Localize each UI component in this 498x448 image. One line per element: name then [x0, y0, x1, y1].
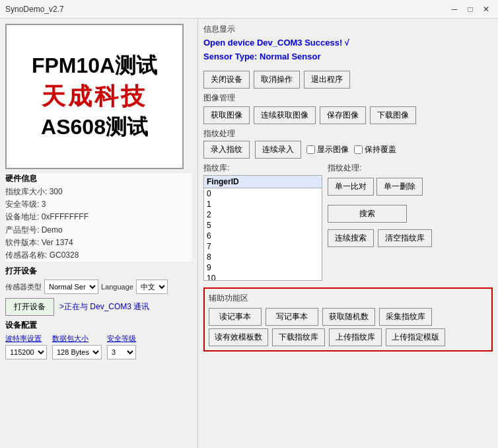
list-item[interactable]: 1: [204, 199, 322, 209]
language-select[interactable]: 中文: [136, 280, 168, 294]
finger-listbox[interactable]: FingerID 01256789101112: [203, 175, 322, 281]
baud-config: 波特率设置 115200: [5, 334, 47, 359]
hw-info-line: 设备地址: 0xFFFFFFFF: [5, 211, 192, 223]
packet-config: 数据包大小 128 Bytes: [52, 334, 102, 359]
hw-info-line: 安全等级: 3: [5, 198, 192, 211]
fingerprint-processing-title: 指纹处理: [203, 128, 493, 139]
continuous-get-button[interactable]: 连续获取图像: [254, 106, 316, 124]
open-device-button[interactable]: 打开设备: [5, 298, 54, 316]
keep-cover-checkbox-label[interactable]: 保持覆盖: [354, 144, 396, 155]
language-label: Language: [101, 283, 133, 291]
hw-info-section: 硬件信息 指纹库大小: 300安全等级: 3设备地址: 0xFFFFFFFF产品…: [5, 173, 192, 262]
finger-db-col: 指纹库: FingerID 01256789101112: [203, 163, 322, 281]
logo-line3: AS608测试: [41, 113, 148, 142]
device-config-title: 设备配置: [5, 320, 192, 331]
logo-line1: FPM10A测试: [32, 52, 157, 81]
config-row: 波特率设置 115200 数据包大小 128 Bytes 安全等级 3: [5, 334, 192, 359]
baud-select[interactable]: 115200: [5, 345, 47, 359]
baud-label[interactable]: 波特率设置: [5, 334, 47, 344]
sensor-type-select[interactable]: Normal Ser: [44, 280, 98, 294]
packet-select[interactable]: 128 Bytes: [52, 345, 102, 359]
aux-title: 辅助功能区: [209, 293, 487, 304]
list-item[interactable]: 6: [204, 231, 322, 241]
fingerprint-processing-btns: 录入指纹 连续录入 显示图像 保持覆盖: [203, 141, 493, 159]
left-panel: FPM10A测试 天成科技 AS608测试 硬件信息 指纹库大小: 300安全等…: [0, 19, 198, 448]
security-config: 安全等级 3: [107, 334, 136, 359]
window-controls: ─ □ ✕: [448, 3, 493, 15]
logo-line2: 天成科技: [42, 81, 147, 113]
get-image-button[interactable]: 获取图像: [203, 106, 250, 124]
aux-section: 辅助功能区 读记事本写记事本获取随机数采集指纹库 读有效模板数下载指纹库上传指纹…: [203, 287, 493, 352]
packet-label[interactable]: 数据包大小: [52, 334, 102, 344]
continuous-enroll-button[interactable]: 连续录入: [255, 141, 301, 159]
show-image-checkbox[interactable]: [306, 145, 315, 154]
finger-list-items: 01256789101112: [204, 188, 322, 281]
action-btn-row: 关闭设备 取消操作 退出程序: [203, 71, 493, 89]
logo-box: FPM10A测试 天成科技 AS608测试: [5, 24, 184, 169]
show-image-checkbox-label[interactable]: 显示图像: [306, 144, 349, 155]
sensor-type-label: 传感器类型: [5, 282, 42, 292]
image-mgmt-btns: 获取图像 连续获取图像 保存图像 下载图像: [203, 106, 493, 124]
finger-db-title: 指纹库:: [203, 163, 322, 174]
right-panel: 信息显示 Open device Dev_COM3 Success! √ Sen…: [198, 19, 498, 448]
image-mgmt-section: 图像管理 获取图像 连续获取图像 保存图像 下载图像: [203, 93, 493, 124]
one-delete-button[interactable]: 单一删除: [376, 178, 423, 196]
aux-button[interactable]: 读有效模板数: [209, 328, 268, 346]
finger-listbox-header: FingerID: [204, 176, 322, 188]
fingerprint-processing-section: 指纹处理 录入指纹 连续录入 显示图像 保持覆盖: [203, 128, 493, 159]
cancel-button[interactable]: 取消操作: [254, 71, 300, 89]
finger-process-btns: 单一比对 单一删除: [328, 178, 432, 196]
list-item[interactable]: 7: [204, 241, 322, 252]
list-item[interactable]: 9: [204, 262, 322, 273]
keep-cover-label: 保持覆盖: [365, 144, 396, 155]
continuous-search-row: 连续搜索 清空指纹库: [328, 229, 432, 247]
exit-button[interactable]: 退出程序: [304, 71, 350, 89]
close-device-button[interactable]: 关闭设备: [203, 71, 250, 89]
aux-button[interactable]: 上传指定模版: [386, 328, 445, 346]
list-item[interactable]: 5: [204, 220, 322, 231]
info-display-section: 信息显示 Open device Dev_COM3 Success! √ Sen…: [203, 24, 493, 64]
list-item[interactable]: 8: [204, 252, 322, 262]
aux-button[interactable]: 下载指纹库: [272, 328, 325, 346]
device-status-text: >正在与 Dev_COM3 通讯: [59, 301, 149, 313]
list-item[interactable]: 10: [204, 273, 322, 281]
aux-button[interactable]: 上传指纹库: [329, 328, 382, 346]
enroll-button[interactable]: 录入指纹: [203, 141, 250, 159]
download-image-button[interactable]: 下载图像: [370, 106, 416, 124]
search-btn-area: 搜索: [328, 205, 432, 223]
finger-process-title: 指纹处理:: [328, 163, 432, 174]
aux-button[interactable]: 采集指纹库: [379, 308, 432, 326]
title-bar: SynoDemo_v2.7 ─ □ ✕: [0, 0, 498, 19]
list-item[interactable]: 0: [204, 188, 322, 199]
close-button[interactable]: ✕: [480, 3, 493, 15]
maximize-button[interactable]: □: [464, 3, 477, 15]
hw-info-line: 指纹库大小: 300: [5, 186, 192, 198]
save-image-button[interactable]: 保存图像: [320, 106, 366, 124]
aux-button[interactable]: 写记事本: [266, 308, 318, 326]
security-select[interactable]: 3: [107, 345, 136, 359]
hw-info-lines: 指纹库大小: 300安全等级: 3设备地址: 0xFFFFFFFF产品型号: D…: [5, 186, 192, 262]
finger-db-area: 指纹库: FingerID 01256789101112 指纹处理: 单一比对 …: [203, 163, 493, 281]
hw-info-line: 软件版本: Ver 1374: [5, 237, 192, 249]
show-image-label: 显示图像: [317, 144, 349, 155]
open-device-label: 打开设备: [5, 266, 192, 277]
finger-process-col: 指纹处理: 单一比对 单一删除 搜索 连续搜索 清空指纹库: [328, 163, 432, 281]
open-device-section: 打开设备 传感器类型 Normal Ser Language 中文 打开设备 >…: [5, 266, 192, 316]
open-device-row: 传感器类型 Normal Ser Language 中文: [5, 280, 192, 294]
info-line2: Sensor Type: Normal Sensor: [203, 50, 493, 64]
window-title: SynoDemo_v2.7: [5, 5, 64, 14]
image-mgmt-title: 图像管理: [203, 93, 493, 104]
one-to-one-button[interactable]: 单一比对: [328, 178, 374, 196]
minimize-button[interactable]: ─: [448, 3, 461, 15]
open-btn-row: 打开设备 >正在与 Dev_COM3 通讯: [5, 298, 192, 316]
aux-button[interactable]: 读记事本: [209, 308, 262, 326]
keep-cover-checkbox[interactable]: [354, 145, 363, 154]
device-config-section: 设备配置 波特率设置 115200 数据包大小 128 Bytes 安全等级: [5, 320, 192, 359]
security-label[interactable]: 安全等级: [107, 334, 136, 344]
list-item[interactable]: 2: [204, 209, 322, 220]
clear-db-button[interactable]: 清空指纹库: [378, 229, 432, 247]
search-button[interactable]: 搜索: [328, 205, 407, 223]
main-content: FPM10A测试 天成科技 AS608测试 硬件信息 指纹库大小: 300安全等…: [0, 19, 498, 448]
aux-button[interactable]: 获取随机数: [322, 308, 375, 326]
continuous-search-button[interactable]: 连续搜索: [328, 229, 374, 247]
